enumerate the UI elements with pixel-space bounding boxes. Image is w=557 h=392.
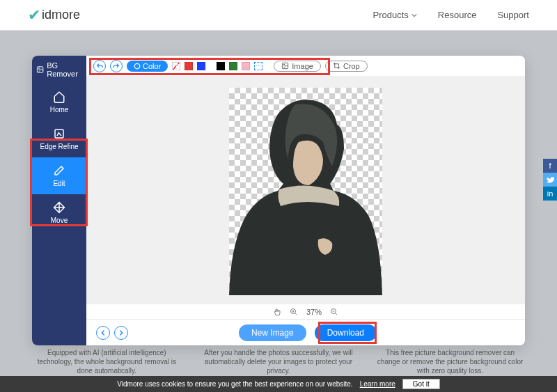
color-tool[interactable]: Color (127, 61, 168, 72)
sidebar-home-label: Home (50, 106, 69, 113)
next-image-button[interactable] (114, 326, 128, 340)
nav-resource-label: Resource (438, 10, 477, 20)
home-icon (53, 91, 65, 103)
image-tool-label: Image (292, 62, 313, 70)
chevron-right-icon (118, 330, 124, 336)
zoom-value: 37% (306, 308, 322, 316)
swatch-blue[interactable] (197, 62, 205, 70)
nav-products[interactable]: Products (373, 10, 417, 20)
undo-icon (96, 63, 103, 70)
col3: This free picture background remover can… (374, 348, 527, 375)
footer-bar: New Image Download (86, 319, 525, 345)
nav-support[interactable]: Support (497, 10, 529, 20)
edit-icon (53, 164, 65, 177)
share-linkedin[interactable]: in (543, 187, 557, 201)
sidebar-item-edge-refine[interactable]: Edge Refine (32, 120, 86, 157)
share-facebook[interactable]: f (543, 159, 557, 173)
chevron-down-icon (411, 13, 417, 18)
image-icon (36, 65, 44, 75)
image-tool[interactable]: Image (274, 61, 321, 72)
app-title-text: BG Remover (47, 61, 82, 78)
sidebar-item-move[interactable]: Move (32, 194, 86, 231)
picture-icon (281, 62, 289, 70)
sidebar: BG Remover Home Edge Refine Edit Move (32, 56, 86, 345)
crop-tool[interactable]: Crop (325, 61, 368, 72)
marketing-text: Equipped with AI (artificial intelligenc… (0, 348, 557, 375)
sidebar-item-edit[interactable]: Edit (32, 157, 86, 194)
swatch-none[interactable] (172, 62, 180, 70)
edge-icon (53, 127, 65, 140)
social-rail: f in (543, 159, 557, 201)
cookie-banner: Vidmore uses cookies to ensure you get t… (0, 376, 557, 392)
editor-modal: BG Remover Home Edge Refine Edit Move Co… (32, 56, 525, 345)
download-button[interactable]: Download (315, 324, 377, 341)
new-image-button[interactable]: New Image (239, 324, 306, 341)
crop-tool-label: Crop (343, 62, 360, 70)
hand-icon[interactable] (273, 308, 281, 316)
swatch-red[interactable] (185, 62, 193, 70)
color-tool-label: Color (143, 62, 161, 70)
svg-point-3 (134, 63, 140, 69)
nav-products-label: Products (373, 10, 409, 20)
subject-silhouette (229, 93, 382, 295)
svg-point-5 (284, 64, 285, 65)
nav-resource[interactable]: Resource (438, 10, 477, 20)
undo-button[interactable] (93, 60, 106, 72)
app-title: BG Remover (32, 56, 86, 84)
cookie-learn-more[interactable]: Learn more (360, 380, 395, 388)
zoom-out-icon[interactable] (330, 308, 338, 316)
chevron-left-icon (100, 330, 106, 336)
svg-point-1 (38, 68, 40, 70)
brand-logo[interactable]: ✔ idmore (28, 6, 80, 24)
canvas-area[interactable] (86, 77, 525, 304)
brand-name: idmore (42, 8, 80, 22)
cookie-accept-button[interactable]: Got it (402, 379, 440, 389)
col2: After you handle the photos successfully… (202, 348, 355, 375)
swatch-green[interactable] (229, 62, 237, 70)
swatch-black[interactable] (217, 62, 225, 70)
crop-icon (333, 62, 340, 70)
redo-button[interactable] (110, 60, 123, 72)
edited-image (229, 88, 382, 293)
sidebar-edit-label: Edit (53, 180, 65, 187)
twitter-icon (547, 176, 554, 184)
move-icon (53, 201, 65, 214)
main-panel: Color ⋯ Image Crop (86, 56, 525, 345)
sidebar-item-home[interactable]: Home (32, 84, 86, 120)
palette-icon (134, 63, 141, 70)
swatch-pink[interactable] (242, 62, 250, 70)
toolbar: Color ⋯ Image Crop (86, 56, 525, 77)
col1: Equipped with AI (artificial intelligenc… (30, 348, 183, 375)
logo-check-icon: ✔ (28, 6, 40, 24)
sidebar-move-label: Move (51, 217, 68, 224)
zoom-in-icon[interactable] (290, 308, 298, 316)
nav-support-label: Support (497, 10, 529, 20)
redo-icon (113, 63, 120, 70)
sidebar-edge-label: Edge Refine (40, 143, 78, 150)
zoom-bar: 37% (86, 304, 525, 319)
prev-image-button[interactable] (96, 326, 110, 340)
cookie-text: Vidmore uses cookies to ensure you get t… (117, 380, 352, 388)
swatch-more[interactable]: ⋯ (254, 62, 262, 70)
share-twitter[interactable] (543, 173, 557, 187)
